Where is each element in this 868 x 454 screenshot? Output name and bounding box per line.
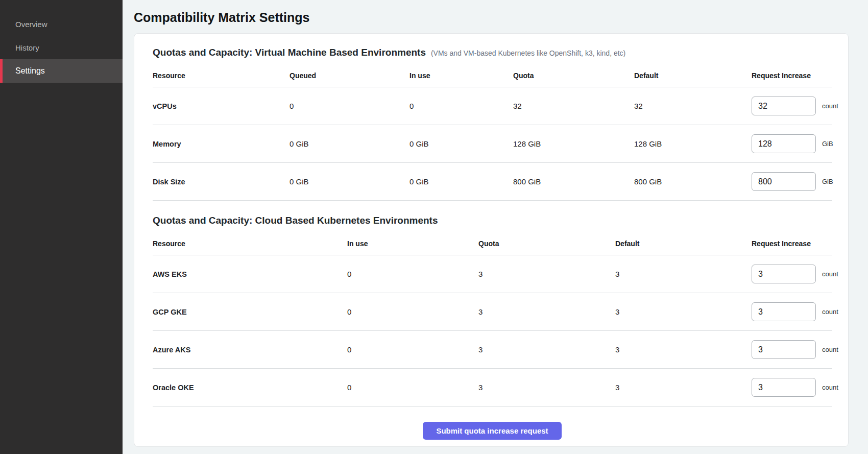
in-use-value: 0 GiB (409, 139, 513, 148)
in-use-value: 0 (347, 270, 478, 278)
request-increase-group: count (752, 265, 838, 283)
resource-name: Disk Size (153, 178, 290, 186)
default-value: 3 (615, 270, 752, 278)
quota-value: 128 GiB (513, 139, 634, 148)
settings-card: Quotas and Capacity: Virtual Machine Bas… (134, 33, 849, 447)
quota-value: 3 (478, 307, 615, 316)
sidebar-item-overview[interactable]: Overview (0, 12, 123, 36)
azure-aks-request-input[interactable] (752, 340, 816, 359)
aws-eks-request-input[interactable] (752, 265, 816, 283)
table-row: Disk Size 0 GiB 0 GiB 800 GiB 800 GiB Gi… (153, 163, 832, 201)
queued-value: 0 GiB (290, 139, 409, 148)
sidebar-item-label: Settings (15, 66, 45, 76)
col-header-resource: Resource (153, 240, 347, 248)
vm-table-header: Resource Queued In use Quota Default Req… (153, 66, 832, 87)
col-header-default: Default (615, 240, 752, 248)
default-value: 128 GiB (634, 139, 752, 148)
resource-name: GCP GKE (153, 308, 347, 316)
cloud-section-header: Quotas and Capacity: Cloud Based Kuberne… (153, 215, 832, 226)
resource-name: vCPUs (153, 102, 290, 110)
default-value: 32 (634, 102, 752, 110)
table-row: Memory 0 GiB 0 GiB 128 GiB 128 GiB GiB (153, 125, 832, 163)
quota-value: 3 (478, 345, 615, 354)
queued-value: 0 GiB (290, 177, 409, 186)
resource-name: Azure AKS (153, 346, 347, 354)
disk-size-request-input[interactable] (752, 172, 816, 191)
oracle-oke-request-input[interactable] (752, 378, 816, 397)
quota-value: 3 (478, 383, 615, 392)
col-header-in-use: In use (347, 240, 478, 248)
table-row: Oracle OKE 0 3 3 count (153, 369, 832, 407)
cloud-table-header: Resource In use Quota Default Request In… (153, 234, 832, 255)
request-increase-group: count (752, 97, 838, 115)
unit-label: GiB (822, 140, 833, 148)
in-use-value: 0 (409, 102, 513, 110)
sidebar-item-label: History (15, 43, 39, 52)
col-header-quota: Quota (513, 71, 634, 80)
col-header-default: Default (634, 71, 752, 80)
sidebar-item-history[interactable]: History (0, 36, 123, 59)
col-header-resource: Resource (153, 71, 290, 80)
submit-quota-increase-button[interactable]: Submit quota increase request (423, 422, 561, 440)
unit-label: count (822, 102, 838, 110)
resource-name: AWS EKS (153, 270, 347, 278)
default-value: 800 GiB (634, 177, 752, 186)
in-use-value: 0 GiB (409, 177, 513, 186)
footer-row: Submit quota increase request (153, 407, 832, 440)
table-row: AWS EKS 0 3 3 count (153, 255, 832, 293)
unit-label: GiB (822, 178, 833, 185)
vm-section-title: Quotas and Capacity: Virtual Machine Bas… (153, 47, 426, 58)
request-increase-group: count (752, 378, 838, 397)
quota-value: 3 (478, 270, 615, 278)
default-value: 3 (615, 383, 752, 392)
vm-section-subtitle: (VMs and VM-based Kubernetes like OpenSh… (431, 49, 625, 57)
vm-section-header: Quotas and Capacity: Virtual Machine Bas… (153, 47, 832, 58)
sidebar-item-settings[interactable]: Settings (0, 59, 123, 83)
col-header-request-increase: Request Increase (752, 240, 832, 248)
memory-request-input[interactable] (752, 134, 816, 153)
cloud-section-title: Quotas and Capacity: Cloud Based Kuberne… (153, 215, 438, 226)
request-increase-group: count (752, 340, 838, 359)
table-row: vCPUs 0 0 32 32 count (153, 87, 832, 125)
col-header-queued: Queued (290, 71, 409, 80)
col-header-request-increase: Request Increase (752, 71, 832, 80)
queued-value: 0 (290, 102, 409, 110)
col-header-in-use: In use (409, 71, 513, 80)
gcp-gke-request-input[interactable] (752, 302, 816, 321)
table-row: Azure AKS 0 3 3 count (153, 331, 832, 369)
unit-label: count (822, 308, 838, 316)
unit-label: count (822, 270, 838, 278)
request-increase-group: GiB (752, 172, 833, 191)
page-title: Compatibility Matrix Settings (134, 10, 849, 25)
default-value: 3 (615, 307, 752, 316)
request-increase-group: count (752, 302, 838, 321)
vcpus-request-input[interactable] (752, 97, 816, 115)
sidebar: Overview History Settings (0, 0, 123, 454)
quota-value: 32 (513, 102, 634, 110)
request-increase-group: GiB (752, 134, 833, 153)
quota-value: 800 GiB (513, 177, 634, 186)
unit-label: count (822, 384, 838, 391)
default-value: 3 (615, 345, 752, 354)
resource-name: Oracle OKE (153, 384, 347, 392)
resource-name: Memory (153, 140, 290, 148)
in-use-value: 0 (347, 383, 478, 392)
table-row: GCP GKE 0 3 3 count (153, 293, 832, 331)
col-header-quota: Quota (478, 240, 615, 248)
main-content: Compatibility Matrix Settings Quotas and… (123, 0, 868, 454)
unit-label: count (822, 346, 838, 353)
in-use-value: 0 (347, 345, 478, 354)
sidebar-item-label: Overview (15, 20, 47, 29)
in-use-value: 0 (347, 307, 478, 316)
